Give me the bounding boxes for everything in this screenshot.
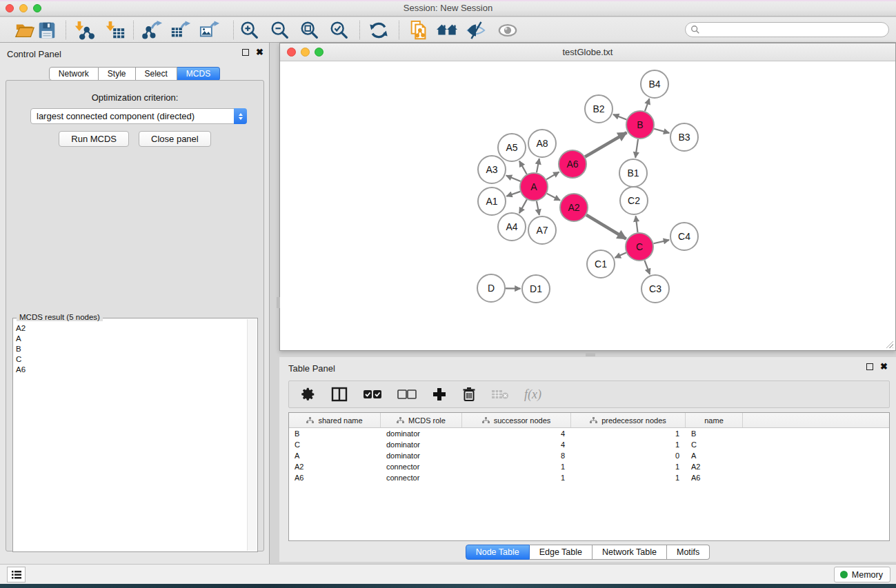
table-row[interactable]: Adominator80A	[289, 450, 889, 461]
tab-network[interactable]: Network	[49, 67, 99, 81]
graph-edge-A2-C[interactable]	[586, 215, 626, 239]
delete-column-trash-icon[interactable]	[462, 384, 476, 405]
mcds-result-item[interactable]: A	[13, 333, 246, 343]
column-header-shared-name[interactable]: shared name	[289, 413, 381, 427]
tab-motifs[interactable]: Motifs	[667, 545, 710, 560]
graph-edge-A6-B[interactable]	[585, 132, 626, 156]
graph-node-C2[interactable]: C2	[620, 187, 648, 214]
result-scrollbar[interactable]	[247, 319, 257, 551]
mcds-result-item[interactable]: C	[13, 354, 246, 364]
criterion-dropdown[interactable]: largest connected component (directed)	[30, 108, 247, 124]
select-all-checkboxes-icon[interactable]	[363, 384, 382, 405]
graph-node-B[interactable]: B	[626, 111, 654, 139]
copy-network-icon[interactable]	[407, 19, 430, 41]
graph-node-A7[interactable]: A7	[528, 216, 556, 244]
home-icon[interactable]	[435, 19, 459, 41]
table-cell: A2	[289, 461, 381, 472]
graph-node-A[interactable]: A	[520, 173, 548, 201]
graph-edge-A-A2[interactable]	[547, 194, 560, 201]
export-table-icon[interactable]	[169, 19, 192, 41]
column-header-predecessor-nodes[interactable]: predecessor nodes	[571, 413, 686, 427]
open-file-icon[interactable]	[13, 19, 37, 41]
graph-node-A3[interactable]: A3	[478, 156, 506, 183]
graph-node-A8[interactable]: A8	[528, 130, 556, 157]
import-table-icon[interactable]	[103, 19, 127, 41]
search-input[interactable]	[685, 22, 889, 37]
import-network-icon[interactable]	[72, 19, 96, 41]
zoom-in-icon[interactable]	[238, 19, 261, 41]
graph-edge-C-C2[interactable]	[636, 216, 638, 232]
run-mcds-button[interactable]: Run MCDS	[59, 131, 129, 147]
graph-edge-A-A3[interactable]	[506, 176, 521, 182]
graph-edge-A-A4[interactable]	[519, 199, 527, 213]
tab-select[interactable]: Select	[136, 67, 177, 81]
hide-graphics-details-icon[interactable]	[464, 19, 488, 41]
zoom-out-icon[interactable]	[268, 19, 292, 41]
graph-node-A4[interactable]: A4	[498, 213, 526, 241]
memory-button[interactable]: Memory	[834, 567, 890, 582]
column-header-successor-nodes[interactable]: successor nodes	[462, 413, 571, 427]
close-panel-icon[interactable]: ✖	[256, 49, 263, 56]
graph-edge-B-B4[interactable]	[645, 99, 649, 111]
column-header-MCDS-role[interactable]: MCDS role	[381, 413, 462, 427]
level-of-detail-icon[interactable]	[496, 19, 519, 41]
tab-node-table[interactable]: Node Table	[466, 545, 530, 560]
float-panel-icon[interactable]	[242, 49, 249, 56]
save-session-icon[interactable]	[35, 19, 59, 41]
frame-resize-handle[interactable]	[586, 353, 595, 356]
graph-node-A1[interactable]: A1	[478, 187, 506, 215]
graph-node-C4[interactable]: C4	[670, 223, 698, 250]
table-settings-gear-icon[interactable]	[301, 384, 316, 405]
graph-edge-A-A6[interactable]	[546, 172, 559, 179]
task-history-button[interactable]	[7, 567, 26, 582]
mcds-result-item[interactable]: A6	[13, 364, 246, 374]
network-canvas[interactable]: AA1A2A3A4A5A6A7A8BB1B2B3B4CC1C2C3C4DD1	[281, 61, 895, 349]
tab-network-table[interactable]: Network Table	[593, 545, 667, 560]
graph-edge-A-A1[interactable]	[506, 192, 520, 196]
zoom-fit-icon[interactable]	[298, 19, 321, 41]
mcds-result-item[interactable]: A2	[13, 323, 246, 333]
graph-node-B3[interactable]: B3	[670, 123, 698, 151]
delete-table-icon-disabled	[491, 384, 509, 405]
deselect-all-checkboxes-icon[interactable]	[397, 384, 417, 405]
graph-node-C3[interactable]: C3	[641, 275, 669, 303]
mcds-result-item[interactable]: B	[13, 343, 246, 354]
graph-edge-A-A5[interactable]	[519, 161, 527, 174]
refresh-layout-icon[interactable]	[367, 19, 390, 41]
graph-node-D1[interactable]: D1	[522, 275, 550, 303]
frame-resize-handle[interactable]	[277, 297, 280, 308]
graph-node-C1[interactable]: C1	[587, 250, 615, 278]
graph-edge-A-A7[interactable]	[537, 201, 539, 215]
graph-edge-B-B3[interactable]	[654, 129, 669, 133]
tab-style[interactable]: Style	[99, 67, 136, 81]
graph-edge-A-A8[interactable]	[537, 159, 539, 172]
table-row[interactable]: Cdominator41C	[289, 439, 889, 450]
zoom-selected-icon[interactable]	[328, 19, 351, 41]
graph-node-A6[interactable]: A6	[559, 150, 586, 178]
graph-node-B4[interactable]: B4	[641, 70, 668, 98]
graph-edge-B-B2[interactable]	[613, 114, 626, 119]
graph-node-D[interactable]: D	[477, 274, 505, 302]
graph-node-B2[interactable]: B2	[585, 95, 613, 123]
close-table-panel-icon[interactable]: ✖	[880, 363, 888, 370]
export-image-icon[interactable]	[198, 19, 221, 41]
close-panel-button[interactable]: Close panel	[139, 131, 211, 147]
table-row[interactable]: A6connector11A6	[289, 472, 889, 483]
graph-node-A2[interactable]: A2	[560, 194, 588, 221]
graph-node-B1[interactable]: B1	[619, 159, 647, 187]
column-selector-icon[interactable]	[331, 384, 348, 405]
float-table-panel-icon[interactable]	[866, 363, 873, 370]
graph-node-A5[interactable]: A5	[498, 134, 526, 161]
graph-edge-C-C1[interactable]	[615, 253, 626, 258]
graph-node-C[interactable]: C	[626, 233, 653, 261]
tab-edge-table[interactable]: Edge Table	[530, 545, 593, 560]
graph-edge-C-C3[interactable]	[644, 261, 650, 274]
export-network-icon[interactable]	[141, 19, 164, 41]
graph-edge-B-B1[interactable]	[635, 139, 638, 158]
add-column-icon[interactable]	[432, 384, 447, 405]
tab-mcds[interactable]: MCDS	[177, 67, 220, 81]
graph-edge-C-C4[interactable]	[653, 240, 669, 243]
table-row[interactable]: A2connector11A2	[289, 461, 889, 472]
table-row[interactable]: Bdominator41B	[289, 428, 889, 439]
column-header-name[interactable]: name	[686, 413, 743, 427]
